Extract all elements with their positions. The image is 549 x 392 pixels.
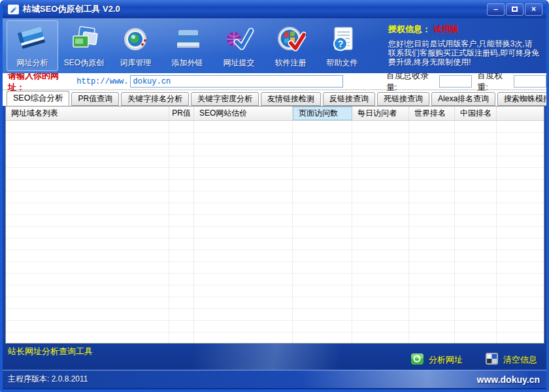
version-text: 主程序版本: 2.0.8.2011 (8, 374, 88, 385)
license-label: 授权信息： (388, 24, 431, 34)
analyze-icon (410, 351, 425, 368)
column-header-pr[interactable]: PR值 (169, 106, 194, 120)
toolbar-label: 词库管理 (120, 57, 152, 69)
box-icon (173, 24, 203, 56)
copy-pages-icon (69, 24, 99, 56)
column-header-daily-visitors[interactable]: 每日访问者 (352, 106, 409, 120)
book-icon (18, 24, 48, 56)
toolbar-button-add-links[interactable]: 添加外链 (161, 20, 213, 71)
help-file-icon: ? (327, 24, 358, 56)
site-url-text: www.dokuy.cn (477, 374, 540, 385)
tab-spider-sim[interactable]: 搜索蜘蛛模拟 (497, 92, 549, 106)
url-bar: 请输入你的网址： http://www. 百度总收录量: 百度权重: (3, 73, 546, 90)
toolbar-label: 网址分析 (17, 57, 48, 69)
footer-area: 站长网址分析查询工具 分析网址 清空信息 (3, 344, 546, 370)
clear-info-button[interactable]: 清空信息 (485, 351, 537, 368)
tab-alexa-rank[interactable]: Alexa排名查询 (431, 92, 495, 106)
toolbar-button-help[interactable]: ? 帮助文件 (316, 20, 368, 71)
tab-backlinks[interactable]: 反链接查询 (323, 92, 375, 106)
clear-icon (485, 351, 499, 368)
pencil-app-icon (8, 5, 19, 14)
column-header-pageviews[interactable]: 页面访问数 (293, 106, 352, 120)
tab-keyword-rank[interactable]: 关键字排名分析 (121, 92, 189, 106)
tab-keyword-density[interactable]: 关键字密度分析 (191, 92, 259, 106)
results-table: 网址域名列表 PR值 SEO网站估价 页面访问数 每日访问者 世界排名 中国排名 (5, 106, 544, 344)
url-prefix: http://www. (76, 77, 128, 86)
title-bar: 桔城SEO伪原创工具 V2.0 – × (3, 0, 546, 18)
baidu-index-input[interactable] (439, 75, 472, 88)
lens-icon (121, 24, 151, 56)
tab-pr-query[interactable]: PR值查询 (71, 92, 119, 106)
toolbar-label: 软件注册 (275, 57, 307, 69)
svg-text:?: ? (337, 39, 343, 49)
main-toolbar: 网址分析 SEO伪原创 词库管理 添加外链 网址提交 (3, 18, 546, 73)
toolbar-label: 帮助文件 (327, 57, 358, 69)
toolbar-label: 添加外链 (172, 57, 203, 69)
maximize-button[interactable] (506, 3, 524, 16)
minimize-button[interactable]: – (487, 3, 505, 16)
toolbar-button-url-analyze[interactable]: 网址分析 (7, 20, 58, 71)
column-header-domain-list[interactable]: 网址域名列表 (6, 106, 169, 120)
license-panel: 授权信息：试用版 您好!您目前是试用版客户,只能替换3次,请联系我们客服购买正式… (388, 24, 540, 67)
close-button[interactable]: × (525, 3, 542, 16)
globe-check-icon (224, 24, 254, 56)
toolbar-button-dictionary[interactable]: 词库管理 (110, 20, 161, 71)
column-header-seo-value[interactable]: SEO网站估价 (194, 106, 293, 120)
column-header-empty (497, 106, 544, 120)
toolbar-button-seo-rewrite[interactable]: SEO伪原创 (58, 20, 110, 71)
maximize-icon (512, 7, 518, 12)
toolbar-button-register[interactable]: 软件注册 (265, 20, 316, 71)
column-header-china-rank[interactable]: 中国排名 (455, 106, 497, 120)
minimize-icon: – (493, 5, 498, 13)
tab-friend-links[interactable]: 友情链接检测 (261, 92, 321, 106)
url-input[interactable] (130, 75, 344, 88)
tab-strip: SEO综合分析 PR值查询 关键字排名分析 关键字密度分析 友情链接检测 反链接… (3, 90, 546, 106)
table-header-row: 网址域名列表 PR值 SEO网站估价 页面访问数 每日访问者 世界排名 中国排名 (6, 106, 544, 121)
table-body-empty (6, 121, 544, 343)
tool-subtitle: 站长网址分析查询工具 (8, 346, 93, 357)
baidu-weight-input[interactable] (514, 75, 546, 88)
toolbar-button-url-submit[interactable]: 网址提交 (213, 20, 265, 71)
window-title: 桔城SEO伪原创工具 V2.0 (23, 3, 487, 15)
tab-dead-links[interactable]: 死链接查询 (377, 92, 429, 106)
column-header-world-rank[interactable]: 世界排名 (409, 106, 455, 120)
windows-check-icon (276, 24, 306, 56)
license-status: 试用版 (433, 24, 459, 34)
license-body-text: 您好!您目前是试用版客户,只能替换3次,请联系我们客服购买正式版注册码,即可终身… (388, 39, 540, 67)
analyze-button-label: 分析网址 (429, 354, 463, 366)
analyze-url-button[interactable]: 分析网址 (410, 351, 463, 368)
toolbar-label: SEO伪原创 (64, 57, 104, 69)
tab-seo-overview[interactable]: SEO综合分析 (7, 91, 69, 106)
clear-button-label: 清空信息 (503, 354, 537, 366)
status-bar: 主程序版本: 2.0.8.2011 www.dokuy.cn (3, 370, 546, 388)
toolbar-label: 网址提交 (224, 57, 255, 69)
close-icon: × (531, 5, 536, 13)
app-window: 桔城SEO伪原创工具 V2.0 – × 网址分析 SEO伪原创 词库管理 (0, 0, 549, 392)
